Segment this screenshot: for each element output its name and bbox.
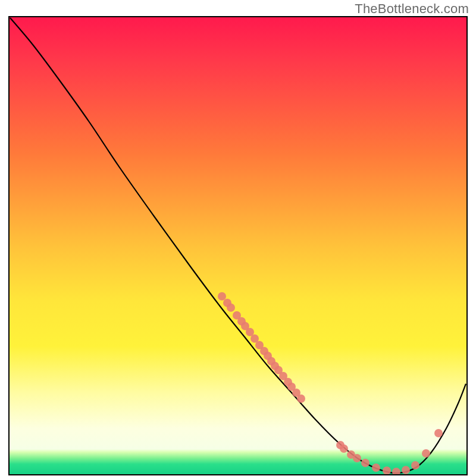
gradient-background (10, 17, 466, 474)
curve-dot (361, 459, 369, 467)
curve-dot (353, 454, 361, 462)
curve-dot (422, 449, 430, 458)
curve-dot (218, 292, 226, 300)
curve-dot (340, 444, 348, 453)
chart-svg (0, 0, 476, 476)
curve-dot (297, 394, 305, 403)
curve-dot (434, 429, 443, 437)
chart-stage: TheBottleneck.com (0, 0, 476, 476)
curve-dot (372, 464, 380, 472)
curve-dot (402, 466, 410, 474)
curve-dot (383, 466, 391, 475)
curve-dot (411, 461, 419, 469)
curve-dot (227, 303, 235, 312)
